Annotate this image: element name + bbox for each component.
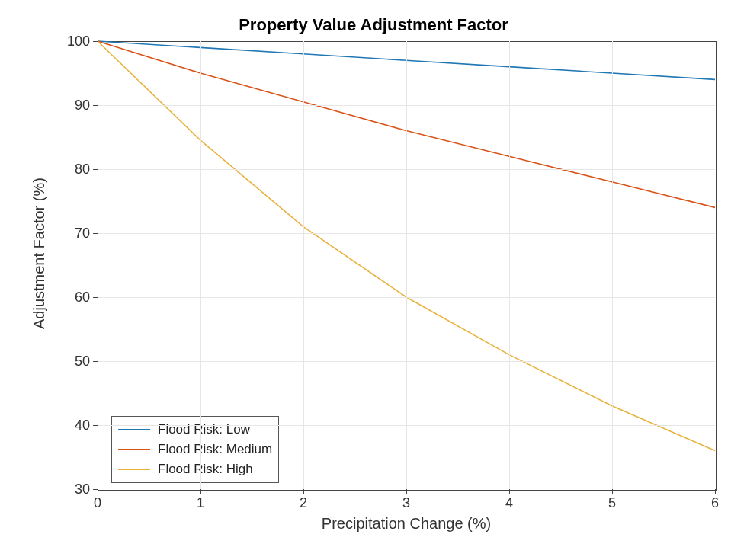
grid-line-horizontal — [98, 297, 715, 298]
y-tick-label: 40 — [63, 418, 90, 434]
legend: Flood Risk: LowFlood Risk: MediumFlood R… — [111, 416, 279, 483]
y-tick — [93, 297, 98, 298]
y-tick-label: 30 — [63, 482, 90, 498]
x-tick-label: 4 — [505, 495, 513, 511]
grid-line-horizontal — [98, 169, 715, 170]
legend-swatch — [118, 469, 150, 470]
y-tick-label: 90 — [63, 98, 90, 114]
y-tick — [93, 425, 98, 426]
x-axis-label: Precipitation Change (%) — [98, 515, 715, 533]
y-tick — [93, 169, 98, 170]
legend-item: Flood Risk: Low — [118, 420, 272, 440]
grid-line-horizontal — [98, 105, 715, 106]
x-tick — [406, 489, 407, 494]
x-tick-label: 0 — [94, 495, 101, 511]
y-tick — [93, 489, 98, 490]
grid-line-horizontal — [98, 361, 715, 362]
y-tick — [93, 361, 98, 362]
legend-item: Flood Risk: Medium — [118, 440, 272, 459]
x-tick — [715, 489, 716, 494]
x-tick — [98, 489, 98, 494]
chart-container: Property Value Adjustment Factor Precipi… — [0, 0, 747, 560]
legend-label: Flood Risk: Low — [158, 422, 250, 437]
x-tick-label: 2 — [300, 495, 307, 511]
grid-line-vertical — [200, 41, 201, 489]
x-tick-label: 1 — [197, 495, 204, 511]
x-tick-label: 5 — [608, 495, 616, 511]
x-tick — [509, 489, 510, 494]
y-axis-label: Adjustment Factor (%) — [30, 178, 48, 329]
y-tick — [93, 105, 98, 106]
y-tick-label: 50 — [63, 354, 90, 370]
y-tick-label: 60 — [63, 290, 90, 306]
y-tick — [93, 41, 98, 42]
grid-line-vertical — [509, 41, 510, 489]
y-tick-label: 100 — [63, 34, 90, 50]
y-tick-label: 80 — [63, 162, 90, 178]
grid-line-vertical — [406, 41, 407, 489]
y-tick — [93, 233, 98, 234]
x-tick — [612, 489, 613, 494]
legend-label: Flood Risk: Medium — [158, 442, 272, 457]
x-tick — [200, 489, 201, 494]
legend-swatch — [118, 449, 150, 450]
grid-line-horizontal — [98, 233, 715, 234]
x-tick-label: 6 — [711, 495, 719, 511]
x-tick-label: 3 — [402, 495, 410, 511]
grid-line-vertical — [303, 41, 304, 489]
legend-label: Flood Risk: High — [158, 462, 253, 477]
legend-item: Flood Risk: High — [118, 459, 272, 479]
x-tick — [303, 489, 304, 494]
y-tick-label: 70 — [63, 226, 90, 242]
grid-line-vertical — [612, 41, 613, 489]
grid-line-horizontal — [98, 425, 715, 426]
legend-swatch — [118, 429, 150, 430]
